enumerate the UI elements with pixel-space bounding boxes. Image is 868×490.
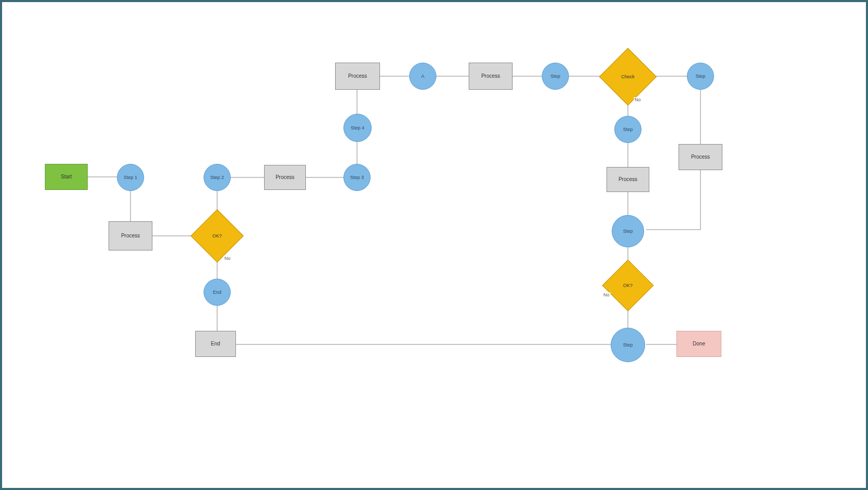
step-node-c9[interactable]: Step bbox=[612, 215, 644, 247]
node-label: Step 1 bbox=[124, 175, 137, 180]
edge-label-d1-no: No bbox=[223, 256, 232, 261]
node-label: A bbox=[421, 74, 424, 79]
node-label: Step bbox=[623, 229, 633, 234]
node-label: Step 4 bbox=[351, 125, 364, 130]
node-label: Step 2 bbox=[210, 175, 224, 180]
step-node-c10[interactable]: End bbox=[204, 279, 231, 306]
edge-label-d3-no: No bbox=[602, 292, 611, 297]
node-label: Step bbox=[696, 74, 706, 79]
node-label: Step bbox=[551, 74, 561, 79]
step-node-c1[interactable]: Step 1 bbox=[117, 164, 144, 191]
process-node-r7[interactable]: End bbox=[195, 331, 236, 357]
node-label: Process bbox=[276, 174, 294, 181]
process-node-r2[interactable]: Process bbox=[264, 165, 306, 190]
decision-node-d1[interactable]: OK? bbox=[198, 217, 236, 255]
edge-label-d2-no: No bbox=[634, 97, 642, 102]
decision-node-d3[interactable]: OK? bbox=[610, 267, 646, 304]
step-node-c4[interactable]: Step 4 bbox=[343, 114, 372, 142]
start-node[interactable]: Start bbox=[45, 164, 88, 190]
step-node-c2[interactable]: Step 2 bbox=[204, 164, 231, 191]
node-label: Process bbox=[619, 176, 637, 183]
node-label: Check bbox=[608, 56, 648, 97]
step-node-c5[interactable]: A bbox=[409, 63, 436, 90]
node-label: End bbox=[213, 290, 221, 295]
node-label: Process bbox=[481, 73, 500, 79]
diagram-frame: Start Step 1 Process OK? No Step 2 Proce… bbox=[0, 0, 868, 490]
node-label: End bbox=[211, 341, 220, 347]
node-label: Process bbox=[348, 73, 367, 79]
node-label: Done bbox=[693, 341, 705, 347]
step-node-c11[interactable]: Step bbox=[611, 328, 645, 362]
node-label: Step 3 bbox=[350, 175, 364, 180]
end-node[interactable]: Done bbox=[676, 331, 721, 357]
process-node-r6[interactable]: Process bbox=[607, 167, 649, 192]
node-label: OK? bbox=[610, 267, 646, 304]
step-node-c6[interactable]: Step bbox=[542, 63, 569, 90]
node-label: Step bbox=[623, 342, 633, 348]
node-label: Process bbox=[121, 233, 140, 239]
node-label: Start bbox=[61, 174, 72, 180]
step-node-c7[interactable]: Step bbox=[687, 63, 714, 90]
flowchart-canvas[interactable]: Start Step 1 Process OK? No Step 2 Proce… bbox=[2, 2, 866, 488]
process-node-r5[interactable]: Process bbox=[679, 144, 722, 170]
process-node-r4[interactable]: Process bbox=[469, 63, 513, 90]
node-label: Process bbox=[691, 154, 710, 160]
step-node-c3[interactable]: Step 3 bbox=[343, 164, 371, 191]
process-node-r3[interactable]: Process bbox=[335, 63, 380, 90]
process-node-r1[interactable]: Process bbox=[109, 221, 152, 250]
step-node-c8[interactable]: Step bbox=[614, 116, 641, 143]
node-label: OK? bbox=[198, 217, 236, 255]
node-label: Step bbox=[623, 127, 633, 132]
decision-node-d2[interactable]: Check bbox=[608, 56, 648, 97]
